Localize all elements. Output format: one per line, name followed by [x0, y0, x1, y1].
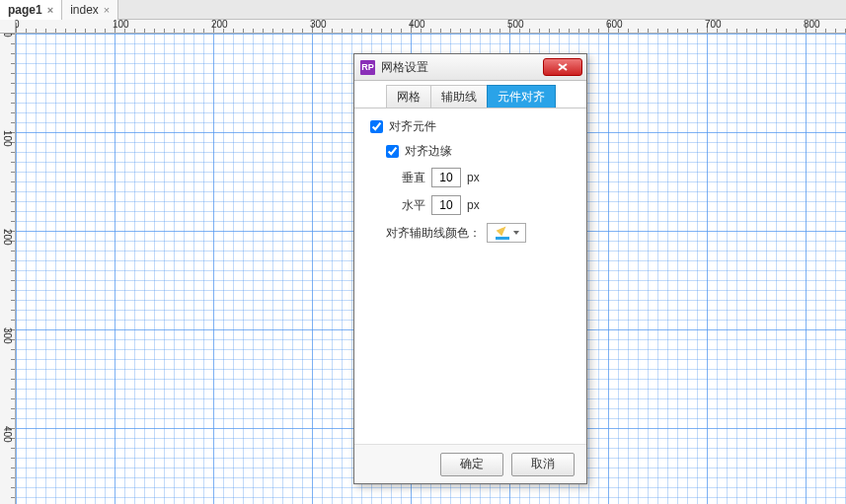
cancel-button[interactable]: 取消 — [511, 453, 575, 476]
file-tab-bar: page1×index× — [0, 0, 846, 20]
vertical-input[interactable] — [431, 168, 461, 187]
align-component-row: 对齐元件 — [370, 118, 571, 135]
ruler-h-label: 800 — [804, 20, 820, 30]
dialog-tabs: 网格辅助线元件对齐 — [354, 81, 586, 108]
dialog-title: 网格设置 — [381, 59, 543, 76]
ruler-horizontal[interactable]: 0100200300400500600700800 — [16, 20, 846, 34]
ruler-v-label: 100 — [2, 130, 13, 147]
file-tab-label: page1 — [8, 3, 42, 17]
file-tab[interactable]: index× — [62, 0, 118, 20]
file-tab[interactable]: page1× — [0, 0, 62, 20]
px-label: px — [467, 171, 480, 184]
close-button[interactable] — [543, 58, 582, 76]
px-label-2: px — [467, 198, 480, 212]
dialog-tab[interactable]: 网格 — [386, 85, 431, 108]
guide-color-row: 对齐辅助线颜色： — [370, 223, 571, 243]
ruler-h-label: 0 — [16, 20, 20, 30]
ruler-h-label: 200 — [211, 20, 228, 30]
pencil-icon — [495, 225, 510, 241]
align-component-checkbox[interactable] — [370, 120, 383, 133]
horizontal-row: 水平 px — [370, 195, 571, 215]
align-edge-label: 对齐边缘 — [405, 143, 452, 160]
grid-settings-dialog: RP 网格设置 网格辅助线元件对齐 对齐元件 对齐边缘 垂直 px 水平 px — [353, 53, 587, 484]
align-edge-row: 对齐边缘 — [370, 143, 571, 160]
vertical-row: 垂直 px — [370, 168, 571, 187]
align-component-label: 对齐元件 — [389, 118, 436, 135]
ruler-h-label: 300 — [310, 20, 327, 30]
ruler-h-label: 600 — [606, 20, 623, 30]
align-edge-checkbox[interactable] — [386, 145, 399, 158]
guide-color-label: 对齐辅助线颜色： — [386, 225, 481, 242]
ok-button[interactable]: 确定 — [440, 453, 503, 476]
ruler-h-label: 400 — [409, 20, 425, 30]
close-icon[interactable]: × — [104, 4, 110, 16]
color-picker[interactable] — [487, 223, 526, 243]
horizontal-input[interactable] — [431, 195, 461, 215]
app-icon: RP — [360, 60, 375, 75]
ruler-v-label: 400 — [2, 426, 13, 443]
file-tab-label: index — [70, 3, 99, 17]
dialog-tab[interactable]: 元件对齐 — [487, 85, 556, 108]
dialog-tab[interactable]: 辅助线 — [430, 85, 488, 108]
vertical-label: 垂直 — [402, 170, 425, 186]
ruler-h-label: 500 — [507, 20, 524, 30]
dialog-titlebar[interactable]: RP 网格设置 — [354, 54, 586, 81]
ruler-v-label: 300 — [2, 327, 13, 344]
ruler-corner — [0, 20, 16, 34]
close-icon[interactable]: × — [47, 4, 53, 16]
close-icon — [556, 62, 570, 72]
chevron-down-icon — [513, 231, 519, 235]
ruler-v-label: 200 — [2, 229, 13, 246]
horizontal-label: 水平 — [402, 197, 425, 214]
ruler-v-label: 0 — [2, 34, 13, 37]
dialog-footer: 确定 取消 — [354, 444, 586, 483]
ruler-vertical[interactable]: 0100200300400 — [0, 34, 16, 504]
ruler-h-label: 700 — [705, 20, 722, 30]
ruler-h-label: 100 — [113, 20, 129, 30]
dialog-body: 对齐元件 对齐边缘 垂直 px 水平 px 对齐辅助线颜色： — [354, 108, 586, 444]
